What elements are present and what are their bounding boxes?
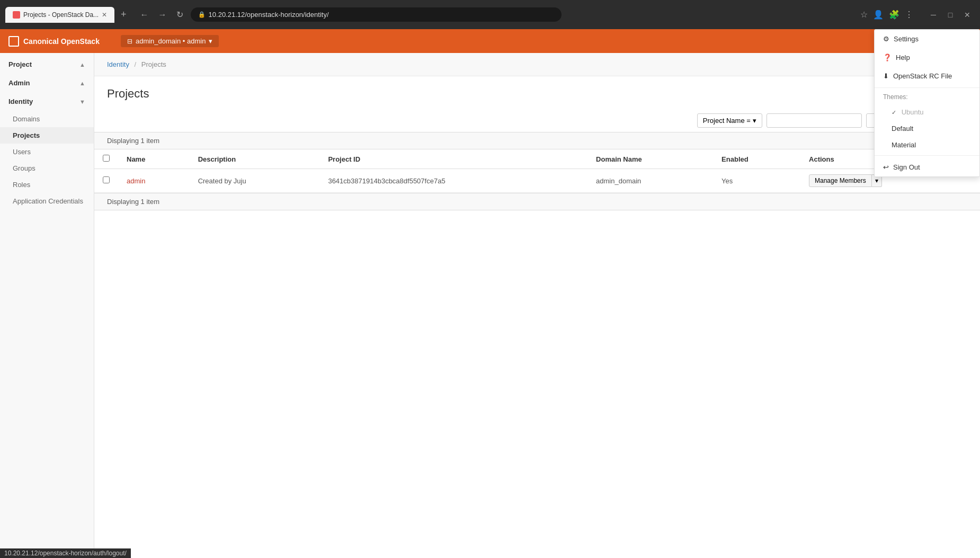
breadcrumb-identity[interactable]: Identity — [107, 60, 129, 68]
status-url: 10.20.21.12/openstack-horizon/auth/logou… — [4, 550, 127, 557]
theme-ubuntu[interactable]: ✓ Ubuntu — [875, 104, 979, 120]
themes-label: Themes: — [875, 90, 979, 104]
brand-label: Canonical OpenStack — [23, 37, 100, 46]
sidebar-header-identity[interactable]: Identity ▼ — [0, 92, 94, 111]
row-description-cell: Created by Juju — [190, 169, 320, 193]
minimize-btn[interactable]: ─ — [926, 7, 941, 22]
sidebar-header-admin[interactable]: Admin ▲ — [0, 74, 94, 92]
settings-label: Settings — [894, 35, 919, 43]
domain-chevron: ▾ — [209, 37, 212, 45]
close-btn[interactable]: ✕ — [960, 7, 975, 22]
dropdown-divider-1 — [875, 87, 979, 88]
project-name-link[interactable]: admin — [127, 177, 145, 185]
sidebar-admin-label: Admin — [8, 79, 30, 87]
table-header-row: Name Description Project ID Domain Name … — [94, 149, 980, 169]
maximize-btn[interactable]: □ — [943, 7, 958, 22]
sidebar-users-label: Users — [13, 148, 31, 156]
breadcrumb: Identity / Projects — [94, 53, 980, 76]
filter-select-label: Project Name = — [703, 117, 751, 125]
toolbar: Project Name = ▾ Filter + Create Project — [94, 109, 980, 132]
sidebar-item-users[interactable]: Users — [0, 144, 94, 160]
rc-file-label: OpenStack RC File — [893, 72, 952, 80]
filter-chevron: ▾ — [753, 117, 756, 125]
filter-input[interactable] — [767, 113, 862, 128]
tab-favicon — [13, 11, 20, 19]
browser-tab[interactable]: Projects - OpenStack Da... ✕ — [5, 7, 114, 23]
brand: Canonical OpenStack — [8, 36, 100, 47]
row-checkbox[interactable] — [103, 176, 110, 183]
manage-members-button[interactable]: Manage Members — [809, 174, 872, 187]
monitor-icon: ⊟ — [127, 38, 132, 45]
help-menu-item[interactable]: ❓ Help — [875, 48, 979, 67]
menu-icon[interactable]: ⋮ — [905, 10, 913, 20]
sidebar-section-project: Project ▲ — [0, 55, 94, 74]
row-name-cell: admin — [118, 169, 190, 193]
col-project-id: Project ID — [319, 149, 587, 169]
top-bar: Canonical OpenStack ⊟ admin_domain • adm… — [0, 29, 980, 53]
settings-icon: ⚙ — [883, 35, 889, 43]
sidebar: Project ▲ Admin ▲ Identity ▼ Domains Pro… — [0, 53, 94, 558]
app-layout: Project ▲ Admin ▲ Identity ▼ Domains Pro… — [0, 53, 980, 558]
rc-file-menu-item[interactable]: ⬇ OpenStack RC File — [875, 67, 979, 85]
project-chevron: ▲ — [79, 61, 85, 68]
sidebar-domains-label: Domains — [13, 115, 40, 123]
domain-selector[interactable]: ⊟ admin_domain • admin ▾ — [121, 35, 219, 47]
sidebar-section-admin: Admin ▲ — [0, 74, 94, 92]
col-domain-name: Domain Name — [587, 149, 713, 169]
col-enabled: Enabled — [713, 149, 800, 169]
forward-btn[interactable]: → — [155, 8, 170, 22]
row-checkbox-cell — [94, 169, 118, 193]
url-text: 10.20.21.12/openstack-horizon/identity/ — [209, 11, 329, 19]
theme-material[interactable]: Material — [875, 137, 979, 153]
refresh-btn[interactable]: ↻ — [173, 7, 186, 22]
page-header: Projects — [94, 76, 980, 109]
table-row: admin Created by Juju 3641cb3871914b3cbc… — [94, 169, 980, 193]
sidebar-item-roles[interactable]: Roles — [0, 176, 94, 193]
extensions-icon[interactable]: 🧩 — [889, 10, 899, 20]
identity-chevron: ▼ — [79, 99, 85, 105]
sidebar-item-app-credentials[interactable]: Application Credentials — [0, 193, 94, 209]
select-all-checkbox[interactable] — [103, 155, 110, 162]
displaying-count-bottom: Displaying 1 item — [94, 193, 980, 210]
theme-default-label: Default — [892, 125, 913, 132]
settings-menu-item[interactable]: ⚙ Settings — [875, 30, 979, 48]
security-icon: 🔒 — [198, 11, 206, 18]
user-dropdown-menu: ⚙ Settings ❓ Help ⬇ OpenStack RC File Th… — [874, 29, 980, 177]
sidebar-item-domains[interactable]: Domains — [0, 111, 94, 127]
sidebar-section-identity: Identity ▼ Domains Projects Users Groups… — [0, 92, 94, 209]
brand-icon — [8, 36, 19, 47]
displaying-count-top: Displaying 1 item — [94, 132, 980, 149]
browser-nav: ← → ↻ — [137, 7, 186, 22]
theme-material-label: Material — [892, 141, 916, 149]
address-bar[interactable]: 🔒 10.20.21.12/openstack-horizon/identity… — [191, 7, 562, 22]
sign-out-menu-item[interactable]: ↩ Sign Out — [875, 158, 979, 176]
window-controls: ─ □ ✕ — [926, 7, 975, 22]
filter-select[interactable]: Project Name = ▾ — [697, 113, 762, 128]
download-icon: ⬇ — [883, 72, 889, 80]
tab-close-btn[interactable]: ✕ — [102, 11, 107, 19]
theme-default[interactable]: Default — [875, 120, 979, 137]
col-name: Name — [118, 149, 190, 169]
page-title: Projects — [107, 87, 967, 101]
bookmark-icon[interactable]: ☆ — [860, 10, 868, 20]
sign-out-label: Sign Out — [893, 163, 920, 171]
domain-text: admin_domain • admin — [136, 37, 206, 45]
breadcrumb-sep: / — [135, 60, 137, 68]
sign-out-icon: ↩ — [883, 163, 889, 171]
sidebar-item-groups[interactable]: Groups — [0, 160, 94, 176]
admin-chevron: ▲ — [79, 80, 85, 86]
sidebar-item-projects[interactable]: Projects — [0, 127, 94, 144]
projects-table: Name Description Project ID Domain Name … — [94, 149, 980, 193]
breadcrumb-projects: Projects — [141, 60, 166, 68]
back-btn[interactable]: ← — [137, 8, 152, 22]
new-tab-btn[interactable]: + — [119, 7, 129, 22]
dropdown-divider-2 — [875, 155, 979, 156]
help-icon: ❓ — [883, 54, 892, 61]
row-project-id-cell: 3641cb3871914b3cbca8df5507fce7a5 — [319, 169, 587, 193]
row-enabled-cell: Yes — [713, 169, 800, 193]
theme-ubuntu-label: Ubuntu — [902, 108, 924, 116]
main-content: Identity / Projects Projects Project Nam… — [94, 53, 980, 558]
sidebar-header-project[interactable]: Project ▲ — [0, 55, 94, 74]
profile-icon[interactable]: 👤 — [873, 10, 884, 20]
status-bar: 10.20.21.12/openstack-horizon/auth/logou… — [0, 548, 131, 558]
